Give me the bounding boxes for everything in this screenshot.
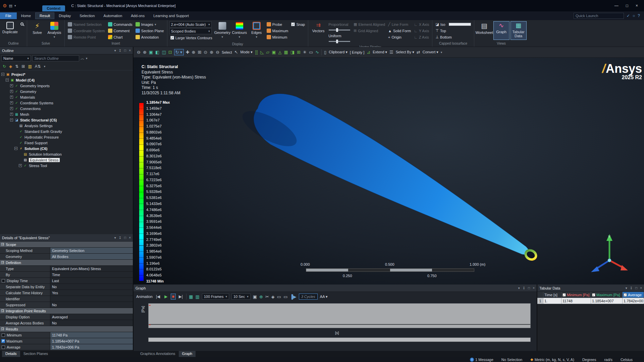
tree-item-stress-tool[interactable]: +✓Stress Tool bbox=[0, 163, 133, 168]
annotation-button[interactable]: Annotation bbox=[135, 34, 165, 40]
remote-point-button[interactable]: Remote Point bbox=[67, 34, 106, 40]
tree-item-model-c4[interactable]: −▣Model (C4) bbox=[0, 77, 133, 83]
distributed-frames-icon[interactable]: ▦ bbox=[189, 294, 193, 299]
graph-plot-area[interactable] bbox=[148, 303, 531, 328]
minus-expander-icon[interactable]: ⊟ bbox=[1, 309, 4, 312]
plus-expander-icon[interactable]: + bbox=[10, 107, 13, 110]
tabular-cell[interactable]: 1.7842e+00 bbox=[623, 298, 644, 304]
menu-tab-file[interactable]: File bbox=[0, 12, 17, 19]
details-section-definition[interactable]: ⊟Definition bbox=[0, 260, 133, 266]
element-filter-icon[interactable]: ▦ bbox=[284, 50, 288, 55]
duplicate-button[interactable]: Duplicate bbox=[2, 21, 18, 40]
graphics-viewport[interactable]: C: Static Structural Equivalent Stress T… bbox=[133, 58, 644, 285]
body-filter-icon[interactable]: ▣ bbox=[272, 50, 276, 55]
rotate-tool-icon[interactable]: ↻ ▾ bbox=[174, 49, 183, 55]
details-value[interactable] bbox=[50, 296, 133, 302]
details-value[interactable]: Yes bbox=[50, 290, 133, 296]
commands-button[interactable]: Commands bbox=[107, 21, 133, 28]
details-value[interactable]: No bbox=[50, 320, 133, 326]
details-value[interactable]: No bbox=[50, 284, 133, 290]
details-value[interactable]: Averaged bbox=[50, 314, 133, 320]
pan-time-icon[interactable]: ✂ bbox=[265, 294, 269, 299]
details-section-integration-point-results[interactable]: ⊟Integration Point Results bbox=[0, 308, 133, 314]
parameter-checkbox-icon[interactable] bbox=[2, 333, 5, 337]
tree-item-project[interactable]: −▣Project* bbox=[0, 71, 133, 77]
tree-item-geometry-imports[interactable]: +✓Geometry Imports bbox=[0, 83, 133, 89]
previous-view-icon[interactable]: ⊖ bbox=[216, 50, 219, 55]
probe-button[interactable]: Probe bbox=[266, 21, 289, 28]
float-icon[interactable]: □ bbox=[528, 286, 530, 290]
chevron-down-icon[interactable]: ▾ bbox=[44, 65, 46, 68]
menu-tab-display[interactable]: Display bbox=[54, 12, 75, 19]
uniform-button[interactable]: Uniform bbox=[327, 33, 352, 39]
z-axis-button[interactable]: ∟Z Axis bbox=[413, 34, 430, 40]
minimum-button[interactable]: Minimum bbox=[266, 34, 289, 40]
checkbox-checked-icon[interactable]: ✓ bbox=[592, 293, 595, 297]
solid-form-button[interactable]: ▲Solid Form bbox=[387, 28, 412, 34]
result-sets-icon[interactable]: ▥ bbox=[195, 294, 199, 299]
bottom-button[interactable]: ⊥Bottom bbox=[434, 34, 472, 40]
float-icon[interactable]: □ bbox=[124, 236, 126, 240]
tree-item-coordinate-systems[interactable]: +✓Coordinate Systems bbox=[0, 100, 133, 106]
chevron-down-icon[interactable]: ▾ bbox=[114, 236, 116, 240]
tabular-col-time-s[interactable]: Time [s] bbox=[543, 292, 561, 298]
skip-to-end-button[interactable]: ▶| bbox=[178, 294, 184, 299]
tab-graphics-annotations[interactable]: Graphics Annotations bbox=[137, 351, 179, 357]
minus-expander-icon[interactable]: − bbox=[10, 118, 13, 121]
chart-settings-icon[interactable]: ▐▶ bbox=[290, 294, 296, 299]
play-button[interactable]: ▶ bbox=[163, 294, 168, 299]
chevron-down-icon[interactable]: ▾ bbox=[86, 57, 88, 60]
chevron-down-icon[interactable]: ▾ bbox=[626, 286, 627, 290]
tree-item-static-structural-c5[interactable]: −◪Static Structural (C5) bbox=[0, 117, 133, 123]
filter-type-dropdown[interactable]: Name▾ bbox=[1, 55, 31, 61]
verify-icon[interactable]: ✓ bbox=[627, 13, 630, 18]
details-section-results[interactable]: ⊟Results bbox=[0, 326, 133, 332]
result-scale-dropdown[interactable]: 2.e+004 (Auto Scale)▾ bbox=[169, 21, 212, 28]
proportional-button[interactable]: Proportional bbox=[327, 21, 352, 28]
pin-icon[interactable]: ↧ bbox=[119, 236, 121, 240]
grid-aligned-button[interactable]: ⊞Grid Aligned bbox=[353, 28, 386, 34]
details-value[interactable]: Time bbox=[50, 272, 133, 277]
extend-dropdown[interactable]: Extend ▾ bbox=[373, 50, 387, 54]
select-label[interactable]: Select bbox=[222, 50, 232, 54]
minimize-button[interactable]: — bbox=[614, 3, 619, 8]
convert-dropdown[interactable]: Convert ▾ bbox=[423, 50, 438, 54]
worksheet-button[interactable]: ▤ Worksheet bbox=[476, 21, 492, 40]
edges-button[interactable]: Edges▾ bbox=[249, 21, 265, 40]
look-at-face-icon[interactable]: ◧ bbox=[155, 50, 159, 55]
parameter-checkbox-icon[interactable] bbox=[2, 346, 5, 349]
table-row[interactable]: 11.117481.1854e+0071.7842e+00 bbox=[537, 298, 644, 304]
x-axis-arrow[interactable] bbox=[621, 265, 628, 270]
details-value[interactable]: 1.1854e+007 Pa bbox=[50, 338, 133, 344]
details-value[interactable]: 1.7842e+006 Pa bbox=[50, 344, 133, 350]
proportional-slider[interactable] bbox=[329, 30, 350, 31]
tabular-data-view-button[interactable]: ▦ Tabular Data bbox=[511, 21, 527, 40]
mesh-select-icon[interactable]: ⊞ bbox=[297, 50, 301, 55]
minus-expander-icon[interactable]: − bbox=[1, 73, 4, 76]
images-button[interactable]: Images▾ bbox=[135, 21, 165, 28]
save-icon[interactable]: ▤ bbox=[9, 4, 12, 8]
sort-icon[interactable]: ⇅ bbox=[15, 64, 18, 69]
tabular-col-average[interactable]: ✓Average bbox=[623, 292, 644, 298]
line-form-button[interactable]: ╱Line Form bbox=[387, 21, 412, 28]
aa-dropdown[interactable]: AA ▾ bbox=[320, 295, 328, 299]
isometric-view-icon[interactable]: ▣ bbox=[149, 50, 153, 55]
box-zoom-icon[interactable]: ⊞ bbox=[198, 50, 201, 55]
help-icon[interactable]: ? bbox=[638, 13, 640, 18]
tree-item-equivalent-stress[interactable]: ▧Equivalent Stress bbox=[0, 157, 133, 163]
expand-all-icon[interactable]: ⊞ bbox=[21, 64, 25, 69]
checkbox-checked-icon[interactable]: ✓ bbox=[562, 293, 566, 297]
menu-tab-result[interactable]: Result bbox=[35, 12, 54, 19]
tabular-cell[interactable]: 1.1854e+007 bbox=[591, 298, 623, 304]
element-face-filter-icon[interactable]: ◨ bbox=[290, 50, 294, 55]
select-cursor-icon[interactable]: ↖ bbox=[234, 50, 238, 55]
menu-tab-automation[interactable]: Automation bbox=[99, 12, 127, 19]
display-model-icon[interactable]: ⊡ bbox=[168, 50, 172, 55]
magnifier-icon[interactable]: ⊕ bbox=[210, 50, 213, 55]
minus-expander-icon[interactable]: ⊟ bbox=[1, 327, 4, 330]
cycles-input[interactable]: 3 Cycles bbox=[299, 294, 318, 300]
geometry-button[interactable]: Geometry▾ bbox=[214, 21, 230, 40]
frames-dropdown[interactable]: 100 Frames▾ bbox=[202, 294, 229, 300]
maximum-button[interactable]: Maximum bbox=[266, 28, 289, 34]
tree-item-standard-earth-gravity[interactable]: ✓Standard Earth Gravity bbox=[0, 128, 133, 134]
